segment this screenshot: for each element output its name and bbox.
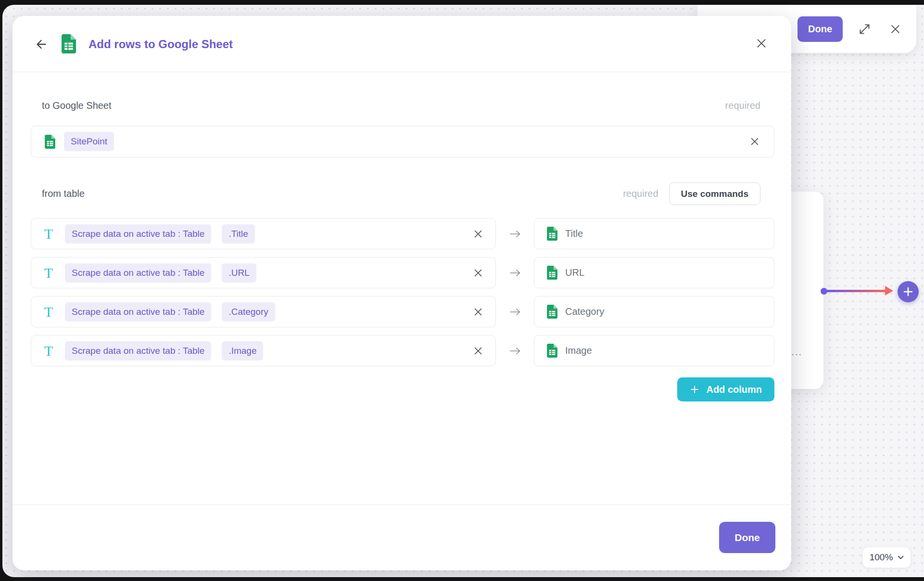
text-type-icon: T (43, 227, 54, 241)
mapping-row: T Scrape data on active tab : Table .Ima… (31, 335, 774, 366)
close-dialog-icon[interactable] (755, 37, 768, 51)
mapping-target-column[interactable]: Category (534, 296, 774, 327)
mapping-row: T Scrape data on active tab : Table .Cat… (31, 296, 774, 327)
remove-mapping-icon[interactable] (472, 345, 484, 357)
zoom-level-value: 100% (870, 552, 893, 563)
mapping-source-field[interactable]: T Scrape data on active tab : Table .Cat… (31, 296, 496, 327)
selected-sheet-tag[interactable]: SitePoint (64, 132, 114, 151)
sheet-select-field[interactable]: SitePoint (31, 126, 774, 157)
source-step-tag[interactable]: Scrape data on active tab : Table (65, 224, 211, 244)
source-step-tag[interactable]: Scrape data on active tab : Table (65, 263, 211, 283)
google-sheets-icon (547, 344, 557, 358)
mapping-target-column[interactable]: Title (534, 218, 774, 249)
node-more-label: ... (791, 347, 802, 358)
target-column-name: Image (565, 345, 592, 356)
google-sheets-icon (547, 266, 557, 280)
google-sheets-icon (547, 227, 557, 241)
mapping-target-column[interactable]: URL (534, 257, 774, 288)
sheet-required-label: required (725, 100, 760, 111)
source-step-tag[interactable]: Scrape data on active tab : Table (65, 302, 211, 322)
dialog-title: Add rows to Google Sheet (89, 16, 233, 72)
dialog-done-button[interactable]: Done (719, 522, 775, 553)
target-column-name: Category (565, 306, 604, 317)
plus-icon (902, 286, 914, 297)
dialog-header: Add rows to Google Sheet (13, 16, 791, 72)
remove-mapping-icon[interactable] (472, 306, 484, 318)
add-node-button[interactable] (898, 281, 919, 302)
add-column-button[interactable]: Add column (677, 377, 774, 401)
dialog-footer: Done (13, 504, 791, 570)
mapping-source-field[interactable]: T Scrape data on active tab : Table .URL (31, 257, 496, 288)
chevron-down-icon (898, 555, 904, 560)
text-type-icon: T (43, 305, 54, 319)
arrow-right-icon (496, 346, 534, 356)
source-path-tag[interactable]: .Category (222, 302, 275, 322)
sheet-section-label: to Google Sheet (42, 100, 112, 111)
table-section-label: from table (42, 188, 85, 199)
zoom-level-control[interactable]: 100% (862, 547, 911, 568)
table-section-labels: from table required Use commands (42, 182, 760, 205)
source-path-tag[interactable]: .URL (222, 263, 256, 283)
mapping-source-field[interactable]: T Scrape data on active tab : Table .Ima… (31, 335, 496, 366)
source-step-tag[interactable]: Scrape data on active tab : Table (65, 341, 211, 361)
remove-mapping-icon[interactable] (472, 267, 484, 279)
connector-line (825, 290, 886, 292)
add-column-label: Add column (706, 384, 762, 395)
mapping-source-field[interactable]: T Scrape data on active tab : Table .Tit… (31, 218, 496, 249)
expand-icon[interactable] (858, 23, 871, 36)
arrow-right-icon (496, 229, 534, 239)
source-path-tag[interactable]: .Image (222, 341, 263, 361)
remove-mapping-icon[interactable] (472, 228, 484, 240)
back-arrow-icon[interactable] (33, 37, 48, 52)
toolbar-done-button[interactable]: Done (797, 16, 843, 42)
text-type-icon: T (43, 266, 54, 280)
connector-arrowhead-icon (885, 286, 893, 296)
google-sheets-icon (45, 135, 55, 149)
mapping-row: T Scrape data on active tab : Table .Tit… (31, 218, 774, 249)
mapping-target-column[interactable]: Image (534, 335, 774, 366)
use-commands-button[interactable]: Use commands (669, 182, 760, 205)
google-sheets-icon (62, 34, 76, 55)
sheet-section-labels: to Google Sheet required (42, 100, 760, 111)
table-required-label: required (623, 188, 658, 199)
plus-icon (690, 385, 699, 394)
text-type-icon: T (43, 344, 54, 358)
add-rows-dialog: Add rows to Google Sheet to Google Sheet… (13, 16, 791, 570)
target-column-name: Title (565, 228, 583, 239)
arrow-right-icon (496, 268, 534, 278)
source-path-tag[interactable]: .Title (222, 224, 254, 244)
column-mappings: T Scrape data on active tab : Table .Tit… (31, 218, 774, 374)
clear-sheet-icon[interactable] (749, 136, 760, 147)
google-sheets-icon (547, 305, 557, 319)
close-panel-icon[interactable] (889, 23, 901, 35)
arrow-right-icon (496, 307, 534, 317)
target-column-name: URL (565, 267, 584, 278)
mapping-row: T Scrape data on active tab : Table .URL… (31, 257, 774, 288)
